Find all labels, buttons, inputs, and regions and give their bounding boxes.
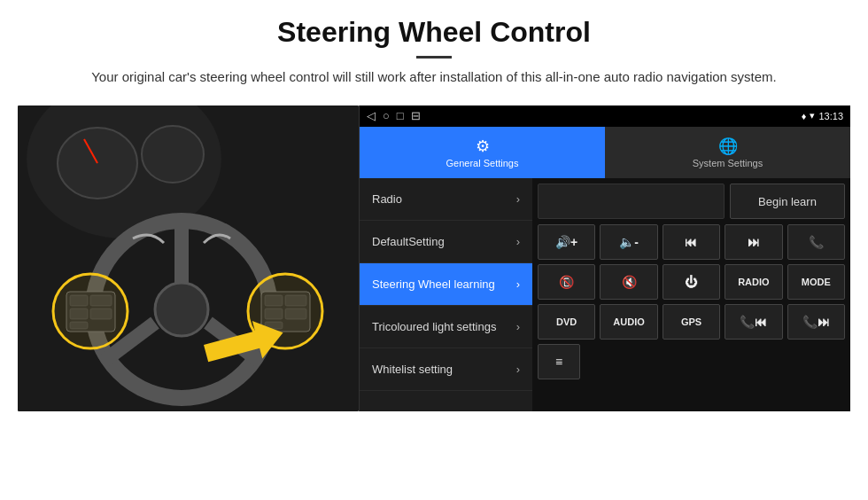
steering-wheel-panel <box>18 105 359 411</box>
android-panel: ◁ ○ □ ⊟ ♦ ▾ 13:13 ⚙ General Settings 🌐 S… <box>359 105 850 411</box>
volume-up-button[interactable]: 🔊+ <box>538 224 595 260</box>
button-row-3: DVD AUDIO GPS 📞⏮ 📞⏭ <box>538 304 845 340</box>
tel-prev-icon: 📞⏮ <box>740 315 767 329</box>
wifi-icon: ▾ <box>810 110 815 121</box>
mode-button[interactable]: MODE <box>787 264 845 300</box>
menu-item-tricoloured[interactable]: Tricoloured light settings › <box>360 306 532 348</box>
mode-label: MODE <box>802 277 831 287</box>
gps-button[interactable]: GPS <box>663 304 720 340</box>
menu-nav-icon[interactable]: ⊟ <box>411 109 421 122</box>
hang-up-icon: 📵 <box>559 275 574 289</box>
menu-item-defaultsetting[interactable]: DefaultSetting › <box>360 221 532 263</box>
radio-button[interactable]: RADIO <box>725 264 782 300</box>
status-bar: ◁ ○ □ ⊟ ♦ ▾ 13:13 <box>360 105 850 127</box>
page-title: Steering Wheel Control <box>18 16 850 49</box>
home-nav-icon[interactable]: ○ <box>383 109 390 122</box>
menu-item-steering[interactable]: Steering Wheel learning › <box>360 263 532 306</box>
hang-up-button[interactable]: 📵 <box>538 264 595 300</box>
signal-icon: ♦ <box>802 111 807 121</box>
button-row-1: 🔊+ 🔈- ⏮ ⏭ 📞 <box>538 224 845 260</box>
content-area: ◁ ○ □ ⊟ ♦ ▾ 13:13 ⚙ General Settings 🌐 S… <box>18 105 850 411</box>
recent-nav-icon[interactable]: □ <box>397 109 404 122</box>
system-settings-icon: 🌐 <box>718 137 738 156</box>
general-settings-icon: ⚙ <box>476 137 490 156</box>
phone-button[interactable]: 📞 <box>787 224 845 260</box>
tab-system-label: System Settings <box>693 158 763 168</box>
tab-general[interactable]: ⚙ General Settings <box>360 127 605 178</box>
list-icon: ≡ <box>555 355 562 369</box>
tab-general-label: General Settings <box>446 158 519 168</box>
mute-button[interactable]: 🔇 <box>600 264 657 300</box>
volume-up-icon: 🔊+ <box>555 235 577 249</box>
begin-learn-button[interactable]: Begin learn <box>730 184 845 219</box>
phone-icon: 📞 <box>809 235 824 249</box>
menu-tricoloured-label: Tricoloured light settings <box>372 320 516 333</box>
button-row-2: 📵 🔇 ⏻ RADIO MODE <box>538 264 845 300</box>
menu-item-whitelist[interactable]: Whitelist setting › <box>360 348 532 391</box>
audio-button[interactable]: AUDIO <box>600 304 657 340</box>
prev-track-button[interactable]: ⏮ <box>663 224 720 260</box>
title-divider <box>416 56 452 59</box>
next-track-icon: ⏭ <box>748 235 760 249</box>
chevron-right-icon-5: › <box>516 363 520 376</box>
volume-down-button[interactable]: 🔈- <box>600 224 657 260</box>
page-header: Steering Wheel Control Your original car… <box>0 0 868 97</box>
page-subtitle: Your original car's steering wheel contr… <box>80 67 788 88</box>
dvd-button[interactable]: DVD <box>538 304 595 340</box>
power-button[interactable]: ⏻ <box>663 264 720 300</box>
dvd-label: DVD <box>556 316 577 327</box>
chevron-right-icon-3: › <box>516 277 520 291</box>
next-track-button[interactable]: ⏭ <box>725 224 782 260</box>
begin-learn-row: Begin learn <box>538 184 845 219</box>
radio-label: RADIO <box>738 277 769 287</box>
menu-list: Radio › DefaultSetting › Steering Wheel … <box>360 178 532 411</box>
list-button[interactable]: ≡ <box>538 344 580 379</box>
tab-system[interactable]: 🌐 System Settings <box>605 127 850 178</box>
mute-icon: 🔇 <box>622 275 637 289</box>
svg-point-6 <box>155 283 208 336</box>
svg-point-22 <box>53 274 128 348</box>
menu-steering-label: Steering Wheel learning <box>372 277 516 291</box>
chevron-right-icon-4: › <box>516 320 520 333</box>
menu-default-label: DefaultSetting <box>372 235 516 248</box>
main-layout: Radio › DefaultSetting › Steering Wheel … <box>360 178 850 411</box>
chevron-right-icon: › <box>516 192 520 206</box>
volume-down-icon: 🔈- <box>619 235 639 249</box>
gps-label: GPS <box>681 316 701 327</box>
clock: 13:13 <box>818 111 843 121</box>
control-panel: Begin learn 🔊+ 🔈- ⏮ ⏭ <box>532 178 850 411</box>
tel-next-button[interactable]: 📞⏭ <box>787 304 845 340</box>
power-icon: ⏻ <box>685 275 697 289</box>
back-nav-icon[interactable]: ◁ <box>367 109 376 122</box>
menu-radio-label: Radio <box>372 192 516 206</box>
audio-label: AUDIO <box>613 316 644 327</box>
tel-prev-button[interactable]: 📞⏮ <box>725 304 782 340</box>
svg-point-3 <box>142 126 204 183</box>
top-tabs: ⚙ General Settings 🌐 System Settings <box>360 127 850 178</box>
status-bar-right: ♦ ▾ 13:13 <box>802 110 843 121</box>
blank-input-box <box>538 184 725 219</box>
tel-next-icon: 📞⏭ <box>802 315 830 329</box>
menu-item-radio[interactable]: Radio › <box>360 178 532 221</box>
button-row-4: ≡ <box>538 344 845 379</box>
status-bar-left: ◁ ○ □ ⊟ <box>367 109 421 122</box>
chevron-right-icon-2: › <box>516 235 520 248</box>
menu-whitelist-label: Whitelist setting <box>372 363 516 376</box>
prev-track-icon: ⏮ <box>685 235 697 249</box>
